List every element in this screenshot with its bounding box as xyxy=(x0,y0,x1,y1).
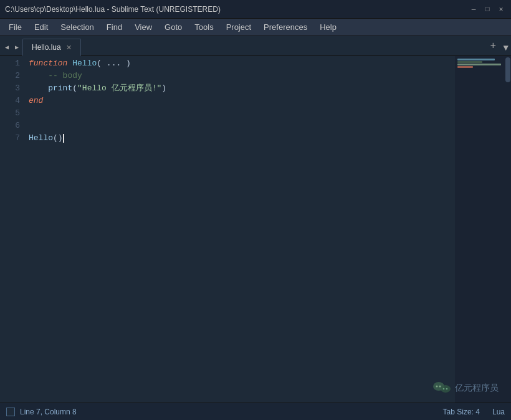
line-number: 1 xyxy=(0,57,20,70)
line-number: 2 xyxy=(0,70,20,82)
tab-label: Hello.lua xyxy=(32,43,61,52)
line-number: 7 xyxy=(0,132,20,145)
line-number: 5 xyxy=(0,107,20,120)
svg-point-4 xyxy=(443,388,445,390)
code-line: Hello() xyxy=(29,132,455,145)
menu-bar: FileEditSelectionFindViewGotoToolsProjec… xyxy=(0,19,511,36)
menu-item-file[interactable]: File xyxy=(2,19,28,36)
minimap xyxy=(455,56,505,403)
window-controls: — □ ✕ xyxy=(469,4,506,14)
maximize-button[interactable]: □ xyxy=(482,4,492,14)
code-line xyxy=(29,107,455,120)
code-editor[interactable]: function Hello( ... ) -- body print("Hel… xyxy=(26,56,455,403)
token: print xyxy=(48,82,72,95)
token xyxy=(29,82,48,95)
code-line: -- body xyxy=(29,70,455,82)
title-bar: C:\Users\cp\Desktop\Hello.lua - Sublime … xyxy=(0,0,511,19)
token: "Hello 亿元程序员!" xyxy=(77,82,161,95)
token: ... xyxy=(107,57,121,70)
status-bar: Line 7, Column 8 Tab Size: 4 Lua xyxy=(0,403,511,420)
minimize-button[interactable]: — xyxy=(469,4,479,14)
tab-close-button[interactable]: ✕ xyxy=(66,44,72,51)
status-indicator xyxy=(6,408,15,416)
tab-list-button[interactable]: ▼ xyxy=(504,43,509,53)
menu-item-selection[interactable]: Selection xyxy=(54,19,100,36)
tab-nav-right[interactable]: ▶ xyxy=(12,43,21,52)
menu-item-tools[interactable]: Tools xyxy=(188,19,219,36)
editor-container: 1234567 function Hello( ... ) -- body pr… xyxy=(0,56,511,403)
language-mode[interactable]: Lua xyxy=(492,408,505,416)
token: ) xyxy=(161,82,166,95)
scrollbar-thumb[interactable] xyxy=(505,57,510,82)
token: -- body xyxy=(48,70,82,83)
menu-item-find[interactable]: Find xyxy=(100,19,128,36)
status-right: Tab Size: 4 Lua xyxy=(443,408,505,416)
menu-item-goto[interactable]: Goto xyxy=(158,19,188,36)
window-title: C:\Users\cp\Desktop\Hello.lua - Sublime … xyxy=(5,5,221,14)
token xyxy=(67,57,72,70)
new-tab-button[interactable]: + xyxy=(490,41,496,52)
vertical-scrollbar[interactable] xyxy=(505,56,511,403)
text-cursor xyxy=(63,134,64,143)
line-number: 3 xyxy=(0,82,20,95)
code-line: end xyxy=(29,95,455,107)
menu-item-preferences[interactable]: Preferences xyxy=(257,19,313,36)
token: Hello xyxy=(29,132,53,145)
menu-item-edit[interactable]: Edit xyxy=(28,19,54,36)
line-number: 4 xyxy=(0,95,20,107)
code-line: print("Hello 亿元程序员!") xyxy=(29,82,455,95)
tab-navigation: ◀ ▶ xyxy=(2,43,21,52)
token: function xyxy=(29,57,67,70)
tab-hello-lua[interactable]: Hello.lua ✕ xyxy=(22,39,81,56)
status-left: Line 7, Column 8 xyxy=(6,408,77,416)
tab-nav-left[interactable]: ◀ xyxy=(2,43,11,52)
code-line xyxy=(29,120,455,132)
tab-size[interactable]: Tab Size: 4 xyxy=(443,408,480,416)
tab-bar: ◀ ▶ Hello.lua ✕ + ▼ xyxy=(0,36,511,56)
token: ) xyxy=(121,57,131,70)
menu-item-help[interactable]: Help xyxy=(313,19,343,36)
menu-item-view[interactable]: View xyxy=(128,19,158,36)
svg-point-5 xyxy=(446,388,448,390)
line-numbers: 1234567 xyxy=(0,56,26,403)
minimap-content xyxy=(455,56,505,71)
token: end xyxy=(29,95,43,108)
svg-point-3 xyxy=(439,386,441,388)
line-number: 6 xyxy=(0,120,20,132)
svg-point-1 xyxy=(441,385,451,393)
token: ( xyxy=(97,57,107,70)
cursor-position: Line 7, Column 8 xyxy=(20,408,77,416)
close-button[interactable]: ✕ xyxy=(496,4,506,14)
token: Hello xyxy=(72,57,97,70)
menu-item-project[interactable]: Project xyxy=(220,19,257,36)
code-line: function Hello( ... ) xyxy=(29,57,455,70)
token: ( xyxy=(72,82,77,95)
token: () xyxy=(53,132,63,145)
svg-point-2 xyxy=(436,386,438,388)
token xyxy=(29,70,48,83)
wechat-icon xyxy=(432,379,451,398)
watermark: 亿元程序员 xyxy=(432,379,499,398)
watermark-text: 亿元程序员 xyxy=(455,383,499,394)
